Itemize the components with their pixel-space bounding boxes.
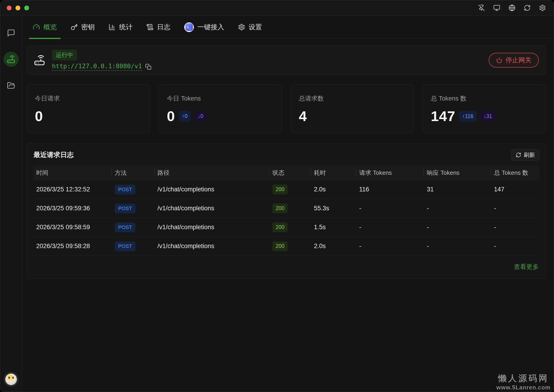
column-header-duration: 耗时 (311, 168, 356, 177)
stat-card-total-tokens: 总 Tokens 数 147 ↑116 ↓31 (423, 84, 546, 133)
stop-gateway-label: 停止网关 (505, 56, 531, 64)
cell-time: 2026/3/25 09:59:36 (33, 205, 111, 212)
status-code-badge: 200 (272, 203, 288, 213)
stop-gateway-button[interactable]: 停止网关 (489, 53, 539, 68)
tab-stats[interactable]: 统计 (101, 16, 139, 39)
watermark-url: www.5Lanren.com (496, 384, 551, 391)
scroll-icon (146, 23, 153, 31)
copy-icon[interactable] (145, 64, 151, 70)
tab-keys[interactable]: 密钥 (64, 16, 101, 39)
stat-value: 0 (35, 109, 43, 123)
stat-value: 4 (299, 109, 307, 123)
key-icon (71, 23, 78, 31)
nav-tabs: 概览 密钥 统计 日志 >_ 一键接入 (22, 16, 554, 39)
tab-overview[interactable]: 概览 (26, 16, 64, 39)
cell-request-tokens: - (356, 224, 424, 231)
power-icon (496, 57, 502, 63)
tab-label: 一键接入 (197, 23, 224, 32)
column-header-response-tokens: 响应 Tokens (424, 168, 491, 177)
sidebar-item-gateway[interactable] (3, 52, 19, 67)
gateway-url-link[interactable]: http://127.0.0.1:8080/v1 (52, 63, 142, 71)
tab-settings[interactable]: 设置 (231, 16, 269, 39)
cell-duration: 1.5s (311, 224, 356, 231)
table-row[interactable]: 2026/3/25 09:59:36 POST /v1/chat/complet… (33, 199, 540, 218)
gauge-icon (33, 23, 40, 31)
status-code-badge: 200 (272, 184, 288, 194)
watermark-title: 懒人源码网 (496, 373, 551, 384)
avatar-face-icon (5, 374, 17, 385)
cell-time: 2026/3/25 09:58:28 (33, 243, 111, 250)
refresh-label: 刷新 (524, 151, 535, 159)
cell-path: /v1/chat/completions (154, 205, 269, 212)
app-body: 概览 密钥 统计 日志 >_ 一键接入 (0, 15, 554, 392)
cell-response-tokens: 31 (424, 186, 491, 193)
refresh-logs-button[interactable]: 刷新 (511, 149, 539, 161)
stat-label: 总请求数 (299, 94, 406, 103)
method-badge: POST (115, 204, 136, 213)
cell-request-tokens: - (356, 243, 424, 250)
table-row[interactable]: 2026/3/25 12:32:52 POST /v1/chat/complet… (33, 180, 540, 199)
cell-request-tokens: 116 (356, 186, 424, 193)
column-header-path: 路径 (154, 168, 269, 177)
gear-icon[interactable] (538, 3, 547, 13)
sidebar-item-files[interactable] (3, 78, 19, 93)
router-icon (7, 55, 15, 63)
view-more-link[interactable]: 查看更多 (514, 263, 539, 271)
app-window: 概览 密钥 统计 日志 >_ 一键接入 (0, 0, 554, 392)
gear-icon (238, 23, 245, 31)
minimize-window-button[interactable] (15, 6, 20, 10)
output-tokens-chip: ↓0 (194, 111, 207, 122)
logs-table: 时间 方法 路径 状态 耗时 请求 Tokens 响应 Tokens 总 Tok… (33, 166, 540, 256)
status-code-badge: 200 (272, 241, 288, 251)
main-area: 概览 密钥 统计 日志 >_ 一键接入 (22, 16, 554, 392)
cell-request-tokens: - (356, 205, 424, 212)
pin-off-icon[interactable] (477, 3, 486, 13)
maximize-window-button[interactable] (24, 6, 29, 10)
cell-total-tokens: - (491, 243, 540, 250)
logs-panel-title: 最近请求日志 (34, 150, 74, 160)
column-header-time: 时间 (33, 168, 111, 177)
gateway-url-row: http://127.0.0.1:8080/v1 (52, 63, 151, 71)
stat-card-today-requests: 今日请求 0 (27, 84, 150, 133)
method-badge: POST (115, 223, 136, 232)
tab-label: 日志 (157, 23, 170, 32)
globe-icon[interactable] (507, 3, 517, 13)
tab-logs[interactable]: 日志 (139, 16, 177, 39)
column-header-status: 状态 (269, 168, 311, 177)
refresh-icon[interactable] (522, 3, 532, 13)
stat-value: 147 (431, 109, 455, 123)
column-header-total-tokens: 总 Tokens 数 (491, 168, 540, 177)
method-badge: POST (115, 241, 136, 251)
stat-label: 今日 Tokens (167, 94, 274, 103)
display-icon[interactable] (492, 3, 502, 13)
folder-open-icon (7, 81, 15, 90)
gateway-status-info: 运行中 http://127.0.0.1:8080/v1 (52, 49, 151, 71)
chat-bubble-icon (7, 29, 15, 37)
tab-label: 设置 (249, 23, 262, 32)
tab-one-click-connect[interactable]: >_ 一键接入 (177, 16, 231, 39)
close-window-button[interactable] (7, 6, 12, 10)
column-header-request-tokens: 请求 Tokens (356, 168, 424, 177)
logs-panel-header: 最近请求日志 刷新 (27, 143, 546, 166)
overview-content: 运行中 http://127.0.0.1:8080/v1 停止网关 (22, 39, 554, 392)
status-code-badge: 200 (272, 222, 288, 232)
cell-response-tokens: - (424, 224, 491, 231)
bar-chart-icon (108, 23, 116, 31)
cell-total-tokens: - (491, 224, 540, 231)
stat-card-total-requests: 总请求数 4 (291, 84, 414, 133)
user-avatar[interactable] (4, 372, 18, 387)
cell-time: 2026/3/25 09:58:59 (33, 224, 111, 231)
sidebar-item-chat[interactable] (3, 25, 19, 41)
tab-label: 概览 (43, 23, 57, 32)
titlebar-icons (477, 3, 547, 13)
table-row[interactable]: 2026/3/25 09:58:28 POST /v1/chat/complet… (33, 237, 540, 255)
cell-response-tokens: - (424, 205, 491, 212)
stat-value: 0 (167, 109, 175, 123)
table-row[interactable]: 2026/3/25 09:58:59 POST /v1/chat/complet… (33, 218, 540, 237)
stat-label: 总 Tokens 数 (431, 94, 538, 103)
status-badge: 运行中 (52, 49, 77, 60)
tab-label: 密钥 (81, 23, 95, 32)
gateway-status-card: 运行中 http://127.0.0.1:8080/v1 停止网关 (27, 46, 546, 75)
traffic-lights (7, 6, 29, 10)
input-tokens-chip: ↑116 (459, 111, 477, 122)
